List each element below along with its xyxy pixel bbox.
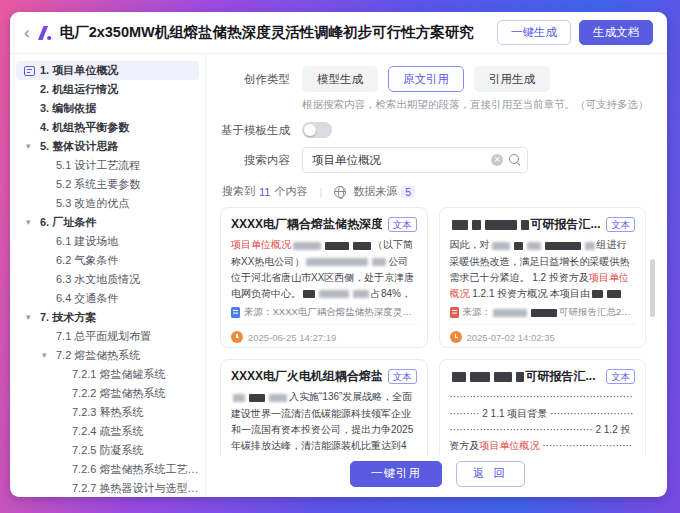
text-segment: XXXX电厂火电机组耦合熔盐储... <box>231 369 382 383</box>
outline-item[interactable]: 7.2.1 熔盐储罐系统 <box>16 365 199 384</box>
result-card-title: 可研报告汇... <box>450 369 601 384</box>
return-button[interactable]: 返 回 <box>456 461 525 487</box>
result-card[interactable]: 可研报告汇...文本······························… <box>439 359 647 455</box>
text-segment: 可研报告汇... <box>526 369 596 383</box>
data-source-count[interactable]: 5 <box>401 186 415 198</box>
search-icon[interactable] <box>509 154 521 166</box>
data-source-label[interactable]: 数据来源 <box>353 184 397 199</box>
outline-item[interactable]: 7.2.6 熔盐储热系统工艺流... <box>16 460 199 479</box>
outline-item[interactable]: 6.4 交通条件 <box>16 289 199 308</box>
outline-item[interactable]: 7.1 总平面规划布置 <box>16 327 199 346</box>
result-card-source[interactable]: 来源：XXXX电厂耦合熔盐储热深度灵活调峰热电解耦初步可... <box>231 306 417 319</box>
template-toggle[interactable] <box>302 122 332 138</box>
outline-item[interactable]: 6.1 建设场地 <box>16 232 199 251</box>
timestamp: 2025-06-25 14:27:19 <box>248 332 336 343</box>
outline-item-label: 7.2.2 熔盐储热系统 <box>72 387 166 399</box>
creation-type-option[interactable]: 原文引用 <box>388 66 464 92</box>
outline-item[interactable]: ▾7. 技术方案 <box>16 308 199 327</box>
back-chevron-icon[interactable]: ‹ <box>24 24 30 41</box>
outline-item[interactable]: 5.1 设计工艺流程 <box>16 156 199 175</box>
generate-document-button[interactable]: 生成文档 <box>579 20 653 46</box>
outline-item-label: 6.2 气象条件 <box>56 254 118 266</box>
toggle-knob <box>304 124 316 136</box>
outline-item[interactable]: ▾6. 厂址条件 <box>16 213 199 232</box>
cite-button[interactable]: 一键引用 <box>350 461 442 487</box>
result-card-excerpt: 入实施“136”发展战略，全面建设世界一流清洁低碳能源科技领军企业和一流国有资本… <box>231 389 417 455</box>
highlighted-keyword: 项目单位概况 <box>231 239 291 250</box>
result-count: 11 <box>259 186 270 198</box>
result-card-title: XXXX电厂耦合熔盐储热深度灵... <box>231 217 382 232</box>
creation-type-option[interactable]: 引用生成 <box>474 66 550 92</box>
result-card-source[interactable]: 来源：可研报告汇总230826.pdf <box>450 306 636 319</box>
result-card[interactable]: 可研报告汇...文本因此，对组进行采暖供热改造，满足日益增长的采暖供热需求已十分… <box>439 207 647 348</box>
caret-down-icon[interactable]: ▾ <box>26 308 31 327</box>
redacted-block <box>492 242 510 250</box>
document-icon <box>450 307 459 318</box>
clear-icon[interactable]: ✕ <box>491 154 503 166</box>
redacted-block <box>521 220 529 230</box>
redacted-block <box>514 242 523 250</box>
source-label: 来源： <box>244 306 273 319</box>
outline-item[interactable]: 1. 项目单位概况 <box>16 61 199 80</box>
outline-item-label: 6. 厂址条件 <box>40 216 96 228</box>
outline-item[interactable]: 5.2 系统主要参数 <box>16 175 199 194</box>
redacted-block <box>494 372 512 382</box>
search-label: 搜索内容 <box>220 153 290 168</box>
clock-icon <box>231 331 243 343</box>
outline-item-label: 3. 编制依据 <box>40 102 96 114</box>
text-segment: XXXX电厂耦合熔盐储热深度灵活调峰热电解耦初步可... <box>273 306 417 317</box>
page-title: 电厂2x350MW机组熔盐储热深度灵活性调峰初步可行性方案研究 <box>60 23 497 42</box>
redacted-block <box>545 242 581 250</box>
caret-down-icon[interactable]: ▾ <box>26 137 31 156</box>
redacted-block <box>306 258 368 266</box>
caret-down-icon[interactable]: ▾ <box>26 213 31 232</box>
one-click-generate-button[interactable]: 一键生成 <box>497 20 571 46</box>
text-segment: XXXX电厂耦合熔盐储热深度灵... <box>231 217 382 231</box>
outline-item[interactable]: 4. 机组热平衡参数 <box>16 118 199 137</box>
outline-item[interactable]: 6.3 水文地质情况 <box>16 270 199 289</box>
outline-item[interactable]: 7.2.2 熔盐储热系统 <box>16 384 199 403</box>
outline-item[interactable]: 3. 编制依据 <box>16 99 199 118</box>
outline-item-label: 5.1 设计工艺流程 <box>56 159 140 171</box>
clock-icon <box>450 331 462 343</box>
source-filename: 可研报告汇总230826.pdf <box>491 306 635 319</box>
result-card-footer: 2025-07-02 14:02:35 <box>450 324 636 343</box>
outline-item[interactable]: 7.2.7 换热器设计与选型与... <box>16 479 199 497</box>
result-card[interactable]: XXXX电厂耦合熔盐储热深度灵...文本项目单位概况（以下简称XX热电公司）公司… <box>220 207 428 348</box>
outline-item-label: 6.1 建设场地 <box>56 235 118 247</box>
outline-item[interactable]: 5.3 改造的优点 <box>16 194 199 213</box>
redacted-block <box>607 290 621 298</box>
outline-item[interactable]: 6.2 气象条件 <box>16 251 199 270</box>
document-icon <box>231 307 240 318</box>
creation-type-option[interactable]: 模型生成 <box>302 66 378 92</box>
redacted-block <box>353 242 371 250</box>
caret-down-icon[interactable]: ▾ <box>42 346 47 365</box>
result-card-title: XXXX电厂火电机组耦合熔盐储... <box>231 369 382 384</box>
result-card-excerpt: ········································… <box>450 389 636 455</box>
redacted-block <box>319 290 349 298</box>
text-segment: 因此，对 <box>450 239 490 250</box>
outline-item[interactable]: 2. 机组运行情况 <box>16 80 199 99</box>
timestamp: 2025-07-02 14:02:35 <box>467 332 555 343</box>
text-segment: 占84%， <box>371 288 411 299</box>
app-frame: ‹ 电厂2x350MW机组熔盐储热深度灵活性调峰初步可行性方案研究 一键生成 生… <box>0 0 680 513</box>
outline-item[interactable]: 7.2.3 释热系统 <box>16 403 199 422</box>
outline-item[interactable]: 7.2.4 疏盐系统 <box>16 422 199 441</box>
result-card[interactable]: XXXX电厂火电机组耦合熔盐储...文本入实施“136”发展战略，全面建设世界一… <box>220 359 428 455</box>
header: ‹ 电厂2x350MW机组熔盐储热深度灵活性调峰初步可行性方案研究 一键生成 生… <box>10 12 667 54</box>
outline-item[interactable]: ▾5. 整体设计思路 <box>16 137 199 156</box>
redacted-block <box>303 290 315 298</box>
result-count-bar: 搜索到 11 个内容 | 数据来源 5 <box>222 184 655 199</box>
outline-item[interactable]: 7.2.5 防凝系统 <box>16 441 199 460</box>
outline-item-label: 7.2 熔盐储热系统 <box>56 349 140 361</box>
redacted-block <box>269 394 287 402</box>
text-type-badge: 文本 <box>388 369 417 384</box>
outline-item[interactable]: ▾7.2 熔盐储热系统 <box>16 346 199 365</box>
redacted-block <box>527 242 541 250</box>
results-region: XXXX电厂耦合熔盐储热深度灵...文本项目单位概况（以下简称XX热电公司）公司… <box>220 207 655 455</box>
scrollbar-thumb[interactable] <box>650 259 655 317</box>
redacted-block <box>452 372 466 382</box>
outline-item-label: 7.2.5 防凝系统 <box>72 444 144 456</box>
text-type-badge: 文本 <box>388 217 417 232</box>
redacted-block <box>452 220 468 230</box>
